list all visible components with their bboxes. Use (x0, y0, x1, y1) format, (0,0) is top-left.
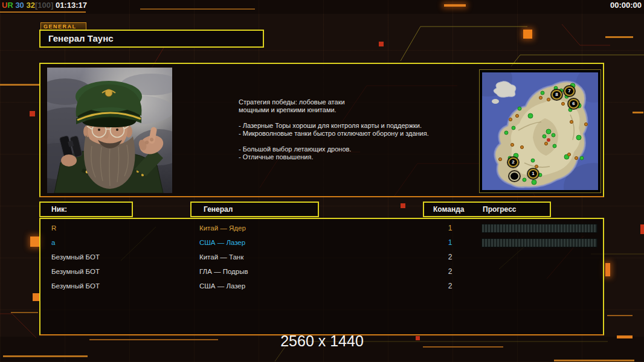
decor-dash (554, 360, 634, 361)
decor-dash (444, 4, 466, 7)
start-position-7: 7 (564, 86, 575, 96)
player-general: США — Лазер (199, 235, 245, 250)
decor-dash (11, 312, 38, 313)
hud-token: 01:13:17 (56, 1, 87, 10)
match-timer: 00:00:00 (610, 1, 642, 10)
player-row: Безумный БОТ США — Лазер 2 (40, 279, 603, 293)
player-row: a США — Лазер 1 (40, 235, 603, 250)
general-briefing-panel: Стратегия победы: лобовые атаки мощными … (39, 63, 604, 197)
player-progress-bar (481, 238, 597, 247)
decor-dash (633, 112, 643, 113)
minimap-image (482, 72, 598, 190)
decor-square (30, 237, 40, 247)
player-general: США — Лазер (199, 279, 245, 293)
player-general: ГЛА — Подрыв (199, 264, 248, 279)
decor-square (640, 224, 644, 234)
decor-dash (605, 36, 633, 38)
column-header-progress: Прогресс (483, 203, 516, 216)
start-position-8: 8 (552, 90, 562, 100)
player-general: Китай — Ядер (199, 221, 246, 235)
general-portrait (47, 68, 172, 193)
decor-square (30, 111, 35, 116)
player-row: Безумный БОТ Китай — Танк 2 (40, 250, 603, 264)
player-row: Безумный БОТ ГЛА — Подрыв 2 (40, 264, 603, 279)
tab-general-label: GENERAL (43, 24, 77, 30)
player-row: R Китай — Ядер 1 (40, 221, 603, 235)
decor-square (401, 203, 405, 208)
minimap: 87621 (479, 69, 601, 193)
decor-dash (607, 315, 633, 316)
general-name-box: Генерал Таунс (39, 30, 264, 48)
hud-token: R (7, 1, 15, 10)
hud-token: 32 (26, 1, 34, 10)
decor-dash (423, 346, 503, 348)
player-table: R Китай — Ядер 1 a США — Лазер 1 Безумны… (39, 218, 604, 335)
player-nick: Безумный БОТ (51, 264, 100, 279)
decor-square (416, 336, 420, 340)
player-nick: Безумный БОТ (51, 279, 100, 293)
column-header-team: Команда (433, 203, 464, 216)
column-header-nick: Ник: (39, 202, 133, 217)
screen: UR 30 32[100] 01:13:17 00:00:00 GENERAL … (0, 0, 644, 362)
hud-token: 30 (15, 1, 26, 10)
hud-underline (0, 11, 86, 13)
decor-square (379, 42, 384, 46)
player-nick: Безумный БОТ (51, 250, 100, 264)
start-position-empty (509, 171, 520, 181)
start-position-1: 1 (528, 169, 538, 179)
top-strip (0, 0, 644, 14)
decor-square (605, 263, 610, 276)
player-general: Китай — Танк (199, 250, 243, 264)
hud-status: UR 30 32[100] 01:13:17 (2, 1, 87, 10)
general-description: Стратегия победы: лобовые атаки мощными … (239, 98, 444, 161)
player-progress-bar (481, 224, 597, 233)
player-team: 1 (435, 221, 465, 235)
player-team: 1 (435, 235, 465, 250)
column-header-team-progress: Команда Прогресс (423, 202, 551, 217)
decor-dash (3, 355, 88, 357)
player-nick: R (51, 221, 56, 235)
player-nick: a (51, 235, 55, 250)
player-team: 2 (435, 264, 465, 279)
decor-dash (140, 8, 255, 10)
start-position-2: 2 (508, 157, 518, 167)
player-team: 2 (435, 250, 465, 264)
decor-square (523, 30, 532, 39)
decor-dash (0, 84, 40, 86)
hud-token: U (2, 1, 7, 10)
hud-token: [100] (35, 1, 56, 10)
decor-dash (617, 335, 633, 338)
general-name: Генерал Таунс (40, 31, 263, 46)
decor-dash (89, 339, 218, 340)
start-position-6: 6 (568, 99, 579, 109)
resolution-label: 2560 x 1440 (237, 332, 407, 350)
player-team: 2 (435, 279, 465, 293)
column-header-general: Генерал (190, 202, 319, 217)
